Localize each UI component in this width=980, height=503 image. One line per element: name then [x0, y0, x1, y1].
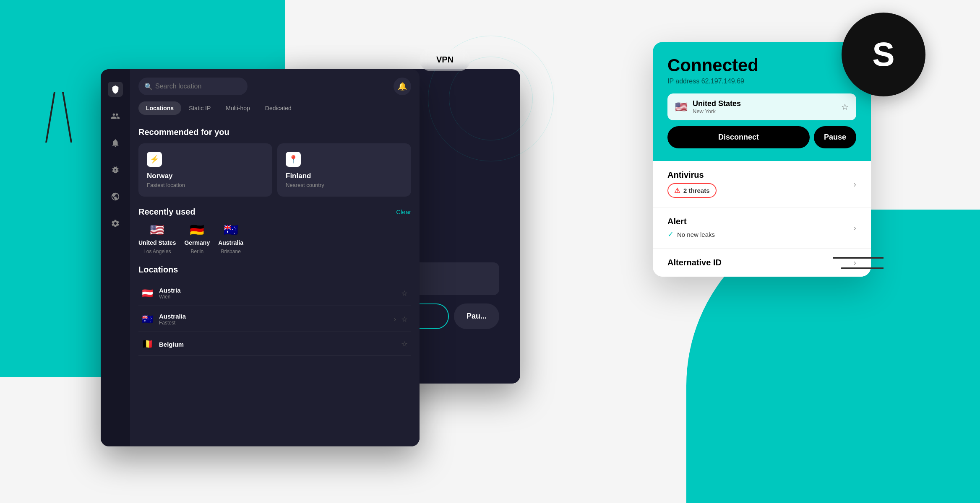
vpn-app-window: 🔍 🔔 Locations Static IP Multi-hop Dedica… — [101, 69, 420, 446]
sidebar-icon-shield[interactable] — [108, 82, 123, 97]
alert-arrow-icon: › — [853, 223, 856, 233]
tab-static-ip[interactable]: Static IP — [181, 101, 218, 115]
loc-name-austria: Austria — [159, 287, 401, 294]
location-list: 🇦🇹 Austria Wien ☆ 🇦🇺 Australia — [138, 281, 411, 356]
recent-locations: 🇺🇸 United States Los Angeles 🇩🇪 Germany … — [138, 223, 411, 254]
antivirus-title: Antivirus — [667, 170, 717, 180]
loc-item-austria[interactable]: 🇦🇹 Austria Wien ☆ — [138, 281, 411, 306]
rec-card-sub-norway: Fastest location — [147, 182, 264, 188]
recent-loc-city-au: Brisbane — [221, 249, 240, 254]
no-leak-text: No new leaks — [677, 231, 715, 238]
card-location-flag: 🇺🇸 — [675, 101, 688, 113]
recently-used-title: Recently used — [138, 207, 195, 217]
tab-dedicated[interactable]: Dedicated — [258, 101, 299, 115]
tab-multihop[interactable]: Multi-hop — [218, 101, 258, 115]
loc-city-austria: Wien — [159, 294, 401, 300]
rec-card-sub-finland: Nearest country — [286, 182, 403, 188]
loc-item-australia[interactable]: 🇦🇺 Australia Fastest › ☆ — [138, 307, 411, 332]
tabs-row: Locations Static IP Multi-hop Dedicated — [130, 101, 420, 121]
recent-loc-name-de: Germany — [184, 239, 210, 246]
recent-loc-name-au: Australia — [218, 239, 243, 246]
no-leak-check-icon: ✓ — [667, 230, 674, 239]
recent-loc-us[interactable]: 🇺🇸 United States Los Angeles — [138, 223, 176, 254]
vpn-pill[interactable]: VPN — [420, 48, 470, 71]
favorite-belgium[interactable]: ☆ — [401, 340, 408, 349]
flag-austria: 🇦🇹 — [142, 288, 153, 299]
deco-lines-right — [833, 252, 884, 278]
sidebar-icon-people[interactable] — [108, 109, 123, 124]
locations-title: Locations — [138, 265, 411, 275]
notification-button[interactable]: 🔔 — [394, 78, 411, 95]
loc-item-belgium[interactable]: 🇧🇪 Belgium ☆ — [138, 333, 411, 356]
clear-button[interactable]: Clear — [396, 208, 411, 215]
flag-us: 🇺🇸 — [150, 223, 164, 237]
card-location-city: New York — [693, 108, 836, 114]
rec-card-icon-finland: 📍 — [286, 152, 301, 167]
favorite-australia[interactable]: ☆ — [401, 315, 408, 324]
alert-badge: ✓ No new leaks — [667, 230, 715, 239]
surfshark-card: Connected IP address 62.197.149.69 🇺🇸 Un… — [653, 42, 871, 277]
card-menu-alert[interactable]: Alert ✓ No new leaks › — [653, 207, 871, 249]
alternative-id-title: Alternative ID — [667, 258, 722, 267]
recommended-title: Recommended for you — [138, 127, 411, 137]
sidebar — [101, 69, 130, 446]
recent-loc-name-us: United States — [138, 239, 176, 246]
search-input[interactable] — [138, 78, 248, 95]
search-icon: 🔍 — [144, 83, 153, 91]
card-location-country: United States — [693, 99, 836, 108]
favorite-austria[interactable]: ☆ — [401, 289, 408, 298]
search-bar: 🔍 🔔 — [130, 69, 420, 101]
antivirus-arrow-icon: › — [853, 179, 856, 189]
card-header: Connected IP address 62.197.149.69 🇺🇸 Un… — [653, 42, 871, 161]
sidebar-icon-settings[interactable] — [108, 216, 123, 231]
panel-content: Recommended for you ⚡ Norway Fastest loc… — [130, 121, 420, 446]
sidebar-icon-search[interactable] — [108, 189, 123, 204]
recent-loc-city-de: Berlin — [190, 249, 203, 254]
alert-title: Alert — [667, 217, 715, 226]
svg-line-1 — [63, 92, 71, 143]
flag-au: 🇦🇺 — [224, 223, 238, 237]
card-disconnect-button[interactable]: Disconnect — [667, 126, 810, 148]
surfshark-logo: S — [842, 13, 925, 96]
flag-belgium: 🇧🇪 — [142, 339, 153, 350]
sidebar-icon-alert[interactable] — [108, 135, 123, 150]
chevron-right-australia: › — [394, 316, 396, 323]
tab-locations[interactable]: Locations — [138, 101, 181, 115]
rec-card-finland[interactable]: 📍 Finland Nearest country — [277, 143, 411, 197]
recent-loc-au[interactable]: 🇦🇺 Australia Brisbane — [218, 223, 243, 254]
recent-loc-city-us: Los Angeles — [143, 249, 171, 254]
recently-used-header: Recently used Clear — [138, 207, 411, 217]
card-menu-antivirus[interactable]: Antivirus ⚠ 2 threats › — [653, 161, 871, 207]
recommended-grid: ⚡ Norway Fastest location 📍 Finland Near… — [138, 143, 411, 197]
sidebar-icon-bug[interactable] — [108, 162, 123, 177]
card-ip-address: IP address 62.197.149.69 — [667, 78, 856, 85]
deco-lines-left — [42, 92, 76, 144]
logo-letter: S — [872, 35, 894, 74]
loc-name-australia: Australia — [159, 313, 394, 320]
card-location-row[interactable]: 🇺🇸 United States New York ☆ — [667, 93, 856, 120]
rec-card-icon-norway: ⚡ — [147, 152, 162, 167]
loc-name-belgium: Belgium — [159, 341, 401, 348]
flag-australia: 🇦🇺 — [142, 314, 153, 325]
card-pause-button[interactable]: Pause — [814, 126, 856, 148]
rec-card-norway[interactable]: ⚡ Norway Fastest location — [138, 143, 272, 197]
rec-card-name-finland: Finland — [286, 172, 403, 180]
card-action-buttons: Disconnect Pause — [667, 126, 856, 148]
vpn-pill-label: VPN — [436, 55, 454, 64]
pause-button[interactable]: Pau... — [454, 303, 499, 329]
rec-card-name-norway: Norway — [147, 172, 264, 180]
threat-text: 2 threats — [683, 187, 710, 194]
antivirus-badge: ⚠ 2 threats — [667, 183, 717, 198]
loc-city-australia: Fastest — [159, 320, 394, 326]
location-panel: 🔍 🔔 Locations Static IP Multi-hop Dedica… — [130, 69, 420, 446]
card-connected-title: Connected — [667, 57, 856, 74]
recent-loc-de[interactable]: 🇩🇪 Germany Berlin — [184, 223, 210, 254]
svg-line-0 — [46, 92, 55, 143]
card-favorite-button[interactable]: ☆ — [841, 102, 849, 112]
threat-warning-icon: ⚠ — [674, 187, 680, 194]
flag-de: 🇩🇪 — [190, 223, 204, 237]
